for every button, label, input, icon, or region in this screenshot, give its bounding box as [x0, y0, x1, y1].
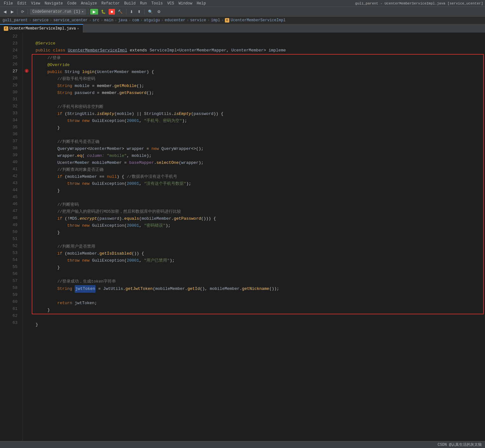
menu-tools[interactable]: Tools — [150, 1, 165, 6]
breadcrumb-class[interactable]: C UcenterMemberServiceImpl — [225, 18, 286, 23]
ln-50: 50 — [0, 229, 20, 236]
menu-help[interactable]: Help — [195, 1, 208, 6]
fn-getisdisabled-53: getIsDisabled — [99, 250, 131, 257]
menu-vcs[interactable]: VCS — [165, 1, 176, 6]
str-34: "手机号、密码为空" — [144, 117, 182, 124]
breadcrumb-class-label[interactable]: UcenterMemberServiceImpl — [231, 18, 286, 23]
code-line-43: throw new GuliException(20001, "没有这个手机号数… — [32, 180, 483, 187]
menu-edit[interactable]: Edit — [16, 1, 29, 6]
ln-48: 48 — [0, 215, 20, 222]
breadcrumb-impl[interactable]: impl — [211, 18, 220, 23]
breadcrumb-service[interactable]: service — [32, 18, 48, 23]
cls-guliexception-54: GuliException — [92, 257, 124, 264]
gutter-52 — [23, 242, 30, 249]
menu-build[interactable]: Build — [122, 1, 138, 6]
cls-stringutils-33b: StringUtils — [144, 110, 172, 117]
generic-mapper: UcenterMemberMapper — [179, 47, 226, 54]
gutter-57 — [23, 277, 30, 284]
paren-30: (); — [146, 90, 154, 97]
kw-string-30: String — [37, 90, 75, 97]
gutter-46 — [23, 200, 30, 207]
menu-refactor[interactable]: Refactor — [99, 1, 122, 6]
menu-file[interactable]: File — [2, 1, 15, 6]
code-line-59 — [32, 293, 483, 300]
breadcrumb-service2[interactable]: service — [190, 18, 206, 23]
gutter-37 — [23, 137, 30, 144]
type-string-27: String — [65, 69, 82, 76]
fn-equals-48: equals — [124, 215, 139, 222]
stop-button[interactable]: ■ — [109, 9, 115, 15]
toolbar-sep-3 — [88, 9, 88, 15]
gutter-28 — [23, 74, 30, 81]
gutter-27[interactable]: ↑ — [23, 67, 30, 74]
kw-if-53: if — [37, 250, 65, 257]
window-title: guli_parent - UcenterMemberServiceImpl.j… — [355, 2, 483, 5]
run-config-selector[interactable]: CodeGenerator.run (1) ▾ — [30, 9, 86, 15]
search-everywhere-btn[interactable]: 🔍 — [146, 9, 154, 15]
menu-view[interactable]: View — [29, 1, 42, 6]
var-mobile-33: mobile — [117, 110, 132, 117]
menu-navigate[interactable]: Navigate — [43, 1, 65, 6]
build-btn[interactable]: 🔨 — [116, 9, 124, 15]
code-editor[interactable]: @Service public class UcenterMemberServi… — [30, 32, 485, 441]
op-58: . — [123, 285, 125, 292]
gutter-43 — [23, 179, 30, 186]
breadcrumb-java[interactable]: java — [118, 18, 127, 23]
menu-analyze[interactable]: Analyze — [79, 1, 99, 6]
run-button[interactable]: ▶ — [90, 9, 98, 15]
left-gutter: ↑ — [23, 32, 30, 441]
menu-run[interactable]: Run — [138, 1, 149, 6]
op-33-2: . — [171, 110, 174, 117]
cls-stringutils-33: StringUtils — [67, 110, 95, 117]
run-config-label: CodeGenerator.run (1) — [32, 10, 80, 14]
toolbar-forward-btn[interactable]: ▶ — [9, 9, 15, 15]
settings-btn[interactable]: ⚙ — [156, 9, 162, 15]
brace-63: } — [36, 321, 38, 328]
ln-43: 43 — [0, 180, 20, 187]
cmt-32: //手机号和密码非空判断 — [37, 104, 104, 110]
breadcrumb-sep-9: › — [186, 18, 189, 23]
menu-window[interactable]: Window — [177, 1, 194, 6]
breadcrumb-sep-10: › — [207, 18, 210, 23]
toolbar-back-btn[interactable]: ◀ — [2, 9, 8, 15]
paren-29: (); — [137, 83, 144, 90]
var-wrapper-39: wrapper — [37, 152, 75, 159]
paren-38: (); — [196, 145, 203, 152]
code-line-41: //判断查询对象是否正确 — [32, 166, 483, 173]
gutter-38 — [23, 144, 30, 151]
gutter-58 — [23, 284, 30, 291]
breadcrumb-src[interactable]: src — [92, 18, 99, 23]
op-or-33: || — [134, 110, 144, 117]
tab-close-btn[interactable]: ✕ — [77, 27, 79, 30]
breadcrumb-service-ucenter[interactable]: service_ucenter — [53, 18, 88, 23]
op-comma-39: , — [127, 152, 132, 159]
debug-btn[interactable]: 🐛 — [99, 9, 107, 15]
cmt-login-top: //登录 — [37, 55, 61, 62]
gutter-32 — [23, 102, 30, 109]
op-eqeq-42: == — [97, 173, 107, 180]
breadcrumb-atguigu[interactable]: atguigu — [144, 18, 160, 23]
toolbar-recent-btn[interactable]: ⟳ — [19, 9, 26, 15]
gutter-44 — [23, 186, 30, 193]
breadcrumb-sep-7: › — [140, 18, 143, 23]
tab-ucenter[interactable]: C UcenterMemberServiceImpl.java ✕ — [0, 24, 83, 32]
git-update-btn[interactable]: ⬇ — [128, 9, 135, 15]
breadcrumb-educenter[interactable]: educenter — [165, 18, 185, 23]
code-line-49: throw new GuliException(20001, "密码错误"); — [32, 222, 483, 229]
cls-ucenter-38: UcenterMember — [90, 145, 122, 152]
cmt-57: //登录成功，生成token字符串 — [37, 278, 116, 285]
breadcrumb-main[interactable]: main — [104, 18, 113, 23]
gutter-60 — [23, 298, 30, 305]
ln-57: 57 — [0, 277, 20, 284]
ln-45: 45 — [0, 194, 20, 201]
breadcrumb-guli-parent[interactable]: guli_parent — [3, 18, 28, 23]
menu-code[interactable]: Code — [65, 1, 78, 6]
git-push-btn[interactable]: ⬆ — [136, 9, 142, 15]
ln-42: 42 — [0, 173, 20, 180]
op-43: , — [139, 180, 144, 187]
paren-49-2: ); — [165, 222, 171, 229]
field-basemapper-40: baseMapper — [129, 159, 154, 166]
ln-25: 25 — [0, 54, 20, 61]
breadcrumb-com[interactable]: com — [132, 18, 139, 23]
chevron-down-icon: ▾ — [82, 10, 84, 14]
